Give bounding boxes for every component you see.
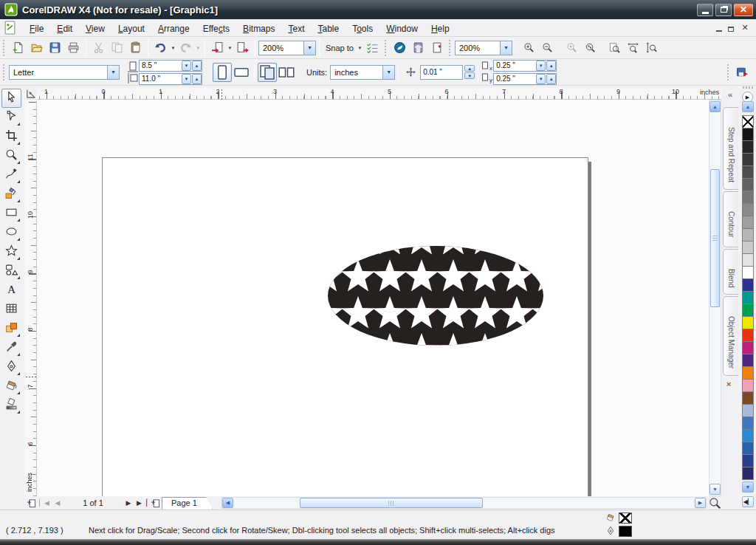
menu-view[interactable]: View	[79, 21, 111, 37]
color-swatch[interactable]	[742, 304, 754, 317]
nudge-offset-field[interactable]: 0.01 "	[420, 65, 463, 80]
eyedropper-tool[interactable]	[1, 338, 21, 357]
toolbar-grip[interactable]	[2, 40, 6, 56]
interactive-fill-tool[interactable]	[1, 396, 21, 415]
application-launcher-icon[interactable]	[391, 39, 409, 57]
docker-tab-contour[interactable]: Contour	[723, 191, 738, 247]
vertical-ruler[interactable]: 11109876inches	[24, 100, 37, 496]
spin-up-icon[interactable]: ▲	[546, 61, 556, 71]
spin-up-icon[interactable]: ▲	[546, 74, 556, 84]
zoom-in-icon[interactable]	[520, 39, 538, 57]
toolbar-grip[interactable]	[384, 40, 388, 56]
freehand-tool[interactable]	[1, 165, 21, 185]
color-swatch[interactable]	[742, 179, 754, 191]
color-swatch[interactable]	[742, 154, 754, 166]
paper-width-field[interactable]: 8.5 " ▼ ▲	[139, 60, 202, 72]
color-swatch[interactable]	[742, 417, 754, 430]
color-swatch[interactable]	[742, 292, 754, 304]
next-page-icon[interactable]: ▶	[122, 498, 135, 509]
text-tool[interactable]: A	[1, 281, 21, 300]
portrait-icon[interactable]	[213, 63, 232, 82]
ruler-origin-icon[interactable]	[25, 88, 37, 100]
spin-up-icon[interactable]: ▲	[192, 61, 202, 71]
export-icon[interactable]	[233, 39, 252, 57]
zoom-page-height-icon[interactable]	[642, 39, 661, 57]
palette-scroll-up-icon[interactable]: ▲	[742, 101, 754, 112]
color-swatch[interactable]	[742, 191, 754, 204]
paste-icon[interactable]	[126, 39, 145, 57]
menu-edit[interactable]: Edit	[50, 21, 79, 37]
zoom-tool[interactable]	[1, 146, 21, 165]
facing-pages-icon[interactable]	[277, 63, 296, 82]
units-combo[interactable]: inches ▼	[330, 65, 395, 80]
new-document-icon[interactable]	[9, 39, 27, 57]
fill-tool[interactable]	[1, 377, 21, 396]
spin-down-icon[interactable]: ▼	[536, 61, 546, 71]
color-swatch[interactable]	[742, 229, 754, 241]
spin-up-icon[interactable]: ▲	[192, 74, 202, 84]
menu-window[interactable]: Window	[379, 21, 425, 37]
import-workspace-icon[interactable]	[427, 39, 446, 57]
first-page-icon[interactable]: ▏◀	[38, 498, 51, 509]
open-icon[interactable]	[27, 39, 46, 57]
vertical-scroll-thumb[interactable]	[710, 169, 720, 307]
docker-tab-object-manager[interactable]: Object Manager	[723, 296, 738, 376]
copy-icon[interactable]	[108, 39, 126, 57]
color-swatch-none[interactable]	[742, 115, 754, 128]
palette-grip[interactable]	[743, 86, 753, 89]
docker-close-button[interactable]: ×	[726, 380, 731, 388]
zoom-to-page-icon[interactable]	[605, 39, 624, 57]
rectangle-tool[interactable]	[1, 204, 21, 223]
undo-dropdown-icon[interactable]: ▼	[170, 40, 176, 56]
chevron-down-icon[interactable]: ▼	[303, 41, 315, 55]
save-defaults-icon[interactable]	[733, 64, 752, 81]
add-page-icon-2[interactable]	[148, 498, 162, 509]
ellipse-tool[interactable]	[1, 223, 21, 242]
color-swatch[interactable]	[742, 342, 754, 354]
color-swatch[interactable]	[742, 141, 754, 154]
color-swatch[interactable]	[742, 380, 754, 392]
horizontal-ruler[interactable]: 1012345678910inches	[37, 88, 722, 100]
scroll-down-icon[interactable]: ▼	[709, 484, 721, 495]
cut-icon[interactable]	[89, 39, 108, 57]
pick-tool[interactable]	[1, 89, 21, 108]
import-icon[interactable]	[208, 39, 227, 57]
paper-height-field[interactable]: 11.0 " ▼ ▲	[139, 73, 202, 85]
spin-up-icon[interactable]: ▲	[464, 65, 475, 72]
color-swatch[interactable]	[742, 329, 754, 342]
zoom-page-width-icon[interactable]	[624, 39, 642, 57]
scroll-left-icon[interactable]: ◀	[222, 498, 233, 508]
all-pages-icon[interactable]	[258, 63, 277, 82]
basic-shapes-tool[interactable]	[1, 261, 21, 281]
menu-table[interactable]: Table	[311, 21, 346, 37]
doc-close-button[interactable]: ✕	[740, 23, 750, 32]
doc-restore-button[interactable]	[728, 21, 734, 35]
table-tool[interactable]	[1, 300, 21, 319]
docker-tab-step-and-repeat[interactable]: Step and Repeat	[723, 107, 738, 190]
crop-tool[interactable]	[1, 127, 21, 146]
zoom-level-combo[interactable]: 200% ▼	[258, 41, 316, 55]
redo-icon[interactable]	[176, 39, 195, 57]
palette-expand-icon[interactable]: ◀▏	[742, 496, 754, 507]
menu-arrange[interactable]: Arrange	[151, 21, 196, 37]
duplicate-x-field[interactable]: 0.25 " ▼ ▲	[493, 60, 557, 72]
scroll-up-icon[interactable]: ▲	[709, 101, 721, 112]
color-swatch[interactable]	[742, 467, 754, 480]
spin-down-icon[interactable]: ▼	[464, 72, 475, 79]
color-swatch[interactable]	[742, 166, 754, 179]
print-icon[interactable]	[64, 39, 83, 57]
undo-icon[interactable]	[151, 39, 170, 57]
vertical-scrollbar[interactable]: ▲ ▼	[709, 100, 721, 496]
palette-scroll-down-icon[interactable]: ▼	[742, 481, 754, 493]
color-swatch[interactable]	[742, 455, 754, 467]
zoom-selected-icon[interactable]	[563, 39, 581, 57]
outline-tool[interactable]	[1, 357, 21, 377]
menu-text[interactable]: Text	[281, 21, 311, 37]
menu-file[interactable]: File	[23, 21, 50, 37]
spin-down-icon[interactable]: ▼	[182, 61, 191, 71]
color-swatch[interactable]	[742, 430, 754, 442]
outline-color-swatch[interactable]	[619, 526, 632, 537]
spin-down-icon[interactable]: ▼	[536, 74, 546, 84]
color-swatch[interactable]	[742, 204, 754, 216]
minimize-button[interactable]	[697, 4, 713, 16]
